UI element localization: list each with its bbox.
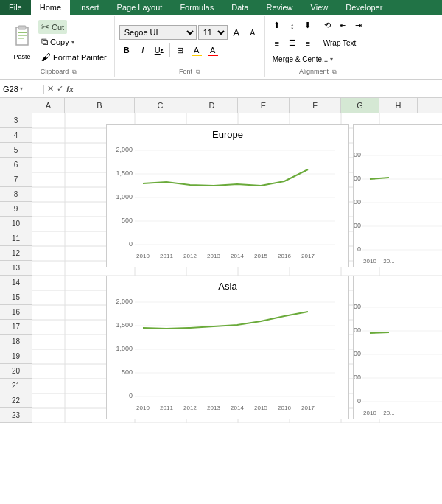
italic-button[interactable]: I (136, 43, 150, 57)
formula-confirm-icon[interactable]: ✓ (57, 84, 63, 94)
row-7[interactable]: 7 (0, 172, 32, 187)
tab-formulas[interactable]: Formulas (171, 0, 222, 15)
row-11[interactable]: 11 (0, 231, 32, 246)
font-name-select[interactable]: Segoe UI (119, 25, 197, 40)
formula-input[interactable] (77, 85, 442, 94)
column-headers: A B C D E F G H (0, 98, 442, 113)
row-4[interactable]: 4 (0, 128, 32, 143)
formula-cancel-icon[interactable]: ✕ (47, 84, 54, 94)
tab-data[interactable]: Data (222, 0, 257, 15)
font-size-select[interactable]: 11 (198, 25, 228, 40)
col-header-f[interactable]: F (290, 98, 341, 113)
bold-button[interactable]: B (119, 43, 134, 57)
align-center-button[interactable]: ☰ (285, 36, 300, 51)
align-divider2 (318, 36, 318, 49)
chart-partial-bottom-right[interactable]: 2,000 1,500 1,000 500 0 2010 20... (353, 276, 442, 419)
align-right-button[interactable]: ≡ (301, 36, 315, 51)
col-header-e[interactable]: E (238, 98, 290, 113)
underline-button[interactable]: U▾ (152, 43, 166, 57)
chart-europe-svg: 2,000 1,500 1,000 500 0 2010 2011 2012 2… (110, 141, 339, 263)
svg-text:2010: 2010 (136, 405, 150, 411)
row-col-corner (0, 98, 32, 113)
formula-function-icon[interactable]: fx (66, 85, 74, 94)
row-5[interactable]: 5 (0, 143, 32, 158)
merge-center-button[interactable]: Merge & Cente... ▾ (270, 54, 337, 65)
clipboard-expand-icon[interactable]: ⧉ (72, 69, 77, 75)
svg-text:2013: 2013 (207, 253, 220, 259)
chart-europe[interactable]: Europe 2,000 1,500 1,000 500 0 2010 (106, 124, 349, 267)
row-17[interactable]: 17 (0, 320, 32, 335)
wrap-text-button[interactable]: Wrap Text (320, 36, 359, 51)
indent-increase-button[interactable]: ⇥ (351, 18, 366, 33)
tab-home[interactable]: Home (31, 0, 70, 15)
format-painter-button[interactable]: 🖌 Format Painter (38, 50, 110, 64)
align-left-button[interactable]: ≡ (270, 36, 284, 51)
formula-bar: G28 ▾ ✕ ✓ fx (0, 80, 442, 98)
cut-button[interactable]: ✂ Cut (38, 20, 67, 34)
tab-page-layout[interactable]: Page Layout (108, 0, 172, 15)
row-22[interactable]: 22 (0, 393, 32, 408)
ribbon-content-area: Paste ✂ Cut ⧉ Copy ▾ 🖌 Format Pa (0, 15, 442, 80)
cell-ref-dropdown[interactable]: ▾ (20, 85, 23, 92)
svg-text:1,500: 1,500 (354, 175, 361, 182)
clipboard-secondary: ✂ Cut ⧉ Copy ▾ 🖌 Format Painter (38, 20, 110, 64)
tab-review[interactable]: Review (257, 0, 301, 15)
col-header-a[interactable]: A (32, 98, 65, 113)
row-8[interactable]: 8 (0, 187, 32, 202)
row-12[interactable]: 12 (0, 246, 32, 261)
copy-dropdown-arrow[interactable]: ▾ (71, 39, 74, 46)
col-header-b[interactable]: B (65, 98, 135, 113)
row-13[interactable]: 13 (0, 261, 32, 276)
paste-button[interactable]: Paste (7, 18, 37, 66)
row-19[interactable]: 19 (0, 349, 32, 364)
tab-developer[interactable]: Developer (337, 0, 391, 15)
chart-asia[interactable]: Asia 2,000 1,500 1,000 500 0 2010 2011 2… (106, 276, 349, 419)
tab-file[interactable]: File (0, 0, 31, 15)
border-button[interactable]: ⊞ (173, 43, 188, 57)
alignment-expand-icon[interactable]: ⧉ (332, 69, 337, 75)
spreadsheet-body: 3 4 5 6 7 8 9 10 11 12 13 14 15 16 17 18… (0, 113, 442, 423)
col-header-h[interactable]: H (379, 98, 418, 113)
align-bottom-button[interactable]: ⬇ (301, 18, 315, 33)
col-header-g[interactable]: G (341, 98, 379, 113)
alignment-group-label: Alignment ⧉ (299, 66, 337, 76)
row-15[interactable]: 15 (0, 290, 32, 305)
font-group-label: Font ⧉ (179, 66, 200, 76)
merge-dropdown-arrow[interactable]: ▾ (330, 56, 333, 63)
format-painter-icon: 🖌 (41, 52, 51, 63)
svg-text:1,000: 1,000 (354, 350, 361, 357)
text-orientation-button[interactable]: ⟲ (320, 18, 335, 33)
row-21[interactable]: 21 (0, 379, 32, 393)
row-headers: 3 4 5 6 7 8 9 10 11 12 13 14 15 16 17 18… (0, 113, 32, 423)
svg-text:2011: 2011 (160, 405, 173, 411)
row-23[interactable]: 23 (0, 408, 32, 423)
row-3[interactable]: 3 (0, 113, 32, 128)
align-top-button[interactable]: ⬆ (270, 18, 284, 33)
indent-decrease-button[interactable]: ⇤ (336, 18, 351, 33)
chart-europe-title: Europe (107, 129, 348, 140)
align-middle-button[interactable]: ↕ (285, 18, 300, 33)
fill-color-button[interactable]: A (189, 43, 204, 57)
font-color-button[interactable]: A (206, 43, 220, 57)
chart-partial-top-right[interactable]: 2,000 1,500 1,000 500 0 2010 20... (353, 124, 442, 267)
row-20[interactable]: 20 (0, 364, 32, 379)
col-header-d[interactable]: D (186, 98, 238, 113)
col-header-c[interactable]: C (135, 98, 186, 113)
font-size-increase-button[interactable]: A (229, 25, 244, 40)
tab-insert[interactable]: Insert (70, 0, 108, 15)
copy-button[interactable]: ⧉ Copy ▾ (38, 35, 77, 49)
tab-view[interactable]: View (302, 0, 337, 15)
cell-reference-box[interactable]: G28 ▾ (0, 85, 44, 94)
svg-text:500: 500 (354, 222, 361, 229)
chart-partial-top-right-svg: 2,000 1,500 1,000 500 0 2010 20... (354, 147, 442, 267)
row-9[interactable]: 9 (0, 202, 32, 217)
font-expand-icon[interactable]: ⧉ (196, 69, 200, 75)
row-14[interactable]: 14 (0, 276, 32, 290)
row-6[interactable]: 6 (0, 158, 32, 172)
font-size-decrease-button[interactable]: A (245, 25, 260, 40)
row-16[interactable]: 16 (0, 305, 32, 320)
font-divider (169, 43, 170, 57)
row-10[interactable]: 10 (0, 217, 32, 231)
row-18[interactable]: 18 (0, 335, 32, 349)
svg-rect-4 (18, 38, 24, 39)
